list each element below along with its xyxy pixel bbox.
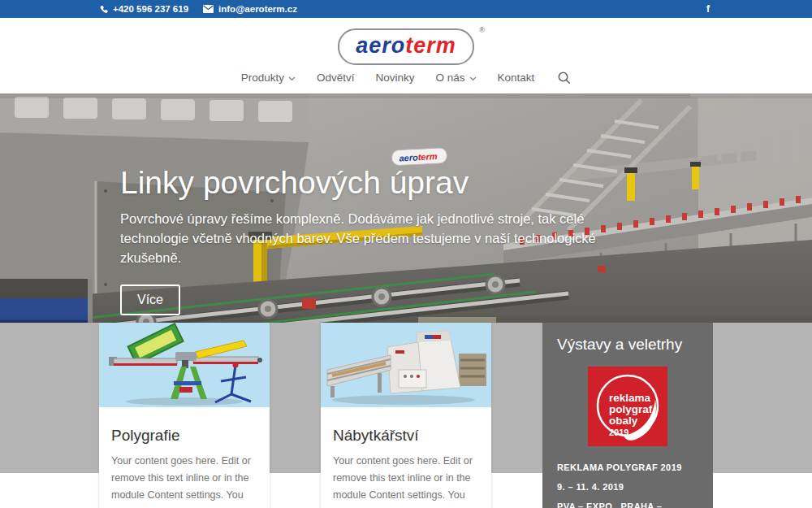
nav-item-novinky[interactable]: Novinky (375, 72, 414, 84)
site-header: aeroterm ® Produkty Odvětví Novinky O ná… (0, 18, 812, 93)
topbar: +420 596 237 619 info@aeroterm.cz f (0, 0, 812, 18)
svg-text:reklama: reklama (609, 392, 651, 404)
nav-item-odvetvi[interactable]: Odvětví (317, 72, 355, 84)
content-section: Polygrafie Your content goes here. Edit … (0, 323, 812, 473)
hero-title: Linky povrchových úprav (120, 165, 672, 202)
email-link[interactable]: info@aeroterm.cz (203, 4, 297, 14)
nav-item-o-nas[interactable]: O nás (436, 72, 477, 84)
svg-text:2019: 2019 (609, 428, 628, 437)
card-title-nabytkarstvi: Nábytkářství (333, 427, 479, 445)
machine-logo-sign: aeroterm (391, 147, 447, 166)
events-box: Výstavy a veletrhy reklama polygraf obal… (542, 323, 713, 508)
card-text-nabytkarstvi: Your content goes here. Edit or remove t… (333, 453, 479, 508)
svg-text:polygraf: polygraf (609, 403, 653, 415)
logo-text-aero: aero (356, 33, 405, 58)
email-icon (203, 5, 214, 13)
svg-text:obaly: obaly (609, 415, 638, 427)
card-text-polygrafie: Your content goes here. Edit or remove t… (111, 453, 257, 508)
card-title-polygrafie: Polygrafie (111, 427, 257, 445)
polygrafie-image (99, 323, 270, 407)
email-address: info@aeroterm.cz (218, 4, 297, 14)
chevron-down-icon (288, 72, 296, 84)
phone-number: +420 596 237 619 (113, 4, 188, 14)
registered-mark: ® (479, 26, 485, 34)
nav-item-produkty[interactable]: Produkty (241, 72, 296, 84)
event-name: REKLAMA POLYGRAF 2019 (557, 462, 698, 472)
reklama-polygraf-logo: reklama polygraf obaly 2019 (588, 367, 667, 446)
card-polygrafie: Polygrafie Your content goes here. Edit … (99, 323, 270, 508)
nabytkarstvi-image (321, 323, 491, 407)
search-icon[interactable] (557, 71, 571, 85)
facebook-icon[interactable]: f (703, 3, 713, 15)
site-logo[interactable]: aeroterm ® (338, 28, 474, 65)
event-venue: PVA – EXPO PRAHA – LETŇANY (557, 501, 698, 508)
nav-item-kontakt[interactable]: Kontakt (498, 72, 535, 84)
hero-subtitle: Povrchové úpravy řešíme komplexně. Dodáv… (120, 210, 648, 268)
phone-icon (99, 5, 108, 14)
chevron-down-icon (469, 72, 477, 84)
hero-slider: aeroterm (0, 93, 812, 358)
hero-more-button[interactable]: Více (120, 284, 180, 315)
logo-text-term: term (405, 33, 456, 58)
svg-text:aeroterm: aeroterm (399, 151, 438, 163)
events-title: Výstavy a veletrhy (557, 336, 698, 354)
phone-link[interactable]: +420 596 237 619 (99, 4, 188, 14)
main-nav: Produkty Odvětví Novinky O nás Kontakt (0, 71, 812, 85)
card-nabytkarstvi: Nábytkářství Your content goes here. Edi… (321, 323, 491, 508)
event-date: 9. – 11. 4. 2019 (557, 482, 698, 492)
